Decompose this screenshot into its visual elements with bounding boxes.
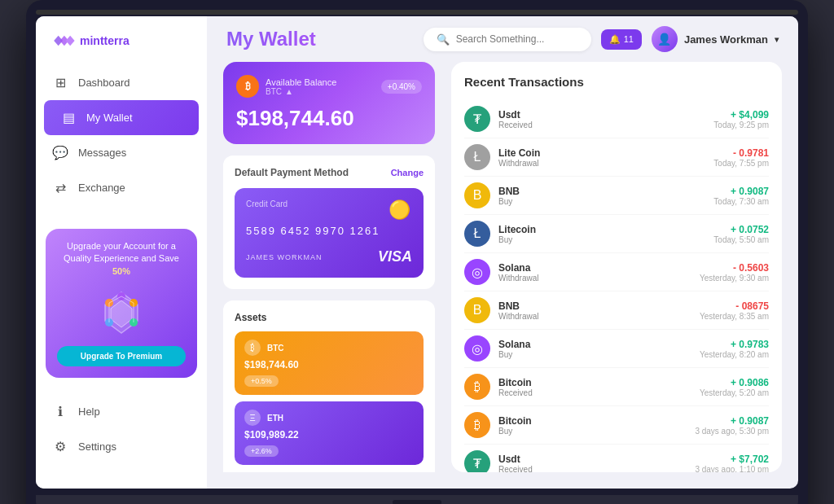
sidebar-item-label: Messages	[78, 147, 126, 159]
sidebar-item-dashboard[interactable]: ⊞ Dashboard	[36, 65, 207, 100]
tx-amount-area: + $4,099 Today, 9:25 pm	[713, 109, 769, 129]
tx-amount: + $4,099	[713, 109, 769, 121]
tx-name: Usdt	[498, 454, 695, 465]
logo-text: mintterra	[80, 34, 129, 47]
tx-name: Solana	[498, 262, 700, 274]
tx-info: Usdt Received	[498, 109, 713, 129]
transaction-item: B BNB Buy + 0.9087 Today, 7:30 am	[464, 177, 769, 215]
card-footer: JAMES WORKMAN VISA	[246, 248, 412, 265]
tx-type: Withdrawal	[498, 159, 713, 168]
tx-amount: + 0.9086	[700, 377, 769, 388]
sidebar-item-label: Exchange	[78, 182, 125, 194]
tx-date: Today, 7:30 am	[713, 197, 769, 206]
asset-change: +2.6%	[244, 445, 279, 457]
tx-info: Bitcoin Buy	[498, 415, 695, 436]
tx-date: 3 days ago, 1:10 pm	[695, 465, 769, 473]
tx-type: Buy	[498, 235, 713, 244]
dashboard-icon: ⊞	[52, 75, 68, 90]
nav-items: ⊞ Dashboard ▤ My Wallet 💬 Messages ⇄ Exc…	[36, 65, 207, 221]
assets-section: Assets ₿ BTC $198,744.60 +0.5%	[223, 300, 435, 472]
upgrade-card: Upgrade your Account for a Quality Exper…	[46, 229, 197, 378]
settings-icon: ⚙	[52, 439, 68, 454]
sidebar-bottom: ℹ Help ⚙ Settings	[36, 386, 207, 472]
notification-count: 11	[624, 34, 634, 44]
main-content: My Wallet 🔍 🔔 11 👤 James Workman	[207, 16, 798, 489]
transaction-item: B BNB Withdrawal - 08675 Yesterday, 8:35…	[464, 291, 769, 330]
tx-date: Yesterday, 8:35 am	[700, 312, 769, 321]
tx-type: Buy	[498, 427, 695, 436]
avatar: 👤	[652, 26, 678, 52]
tx-info: Bitcoin Received	[498, 377, 700, 397]
user-name: James Workman	[684, 33, 768, 46]
sidebar-item-messages[interactable]: 💬 Messages	[36, 135, 207, 170]
transaction-item: ₿ Bitcoin Buy + 0.9087 3 days ago, 5:30 …	[464, 406, 769, 445]
tx-type: Buy	[498, 350, 700, 359]
eth-asset-icon: Ξ	[244, 410, 261, 426]
asset-coin-row: Ξ ETH	[244, 410, 414, 426]
tx-date: Yesterday, 5:20 am	[700, 388, 769, 397]
balance-card: ₿ Available Balance BTC ▲	[223, 62, 435, 144]
chip-icon: 🟡	[388, 199, 410, 221]
right-panel: Recent Transactions ₮ Usdt Received + $4…	[451, 62, 782, 472]
user-info[interactable]: 👤 James Workman ▾	[652, 26, 779, 52]
transaction-item: ₮ Usdt Received + $7,702 3 days ago, 1:1…	[464, 445, 769, 472]
tx-name: Bitcoin	[498, 377, 700, 388]
search-icon: 🔍	[437, 33, 450, 46]
tx-amount: + 0.0752	[713, 224, 769, 235]
search-bar[interactable]: 🔍	[424, 28, 591, 51]
content-area: ₿ Available Balance BTC ▲	[207, 62, 798, 489]
tx-amount: + 0.9783	[700, 339, 769, 350]
sidebar-item-label: My Wallet	[86, 112, 133, 124]
card-holder: JAMES WORKMAN	[246, 253, 323, 261]
transaction-item: ₮ Usdt Received + $4,099 Today, 9:25 pm	[464, 100, 769, 138]
notification-button[interactable]: 🔔 11	[601, 29, 642, 50]
tx-name: Bitcoin	[498, 415, 695, 427]
sidebar-item-settings[interactable]: ⚙ Settings	[36, 429, 207, 464]
bell-icon: 🔔	[609, 34, 621, 45]
change-link[interactable]: Change	[391, 168, 424, 177]
tx-type: Received	[498, 121, 713, 129]
tx-type: Received	[498, 465, 695, 473]
wallet-icon: ▤	[60, 110, 77, 125]
tx-amount-area: - 0.9781 Today, 7:55 pm	[713, 147, 769, 168]
tx-date: Yesterday, 9:30 am	[700, 274, 769, 283]
tx-coin-icon: ₮	[464, 450, 490, 472]
balance-header: ₿ Available Balance BTC ▲	[236, 75, 422, 98]
sidebar-item-label: Dashboard	[78, 77, 130, 89]
sidebar-item-exchange[interactable]: ⇄ Exchange	[36, 170, 207, 205]
messages-icon: 💬	[52, 145, 68, 160]
tx-coin-icon: ◎	[464, 335, 490, 362]
sidebar: mintterra ⊞ Dashboard ▤ My Wallet 💬 Mess…	[36, 16, 207, 489]
tx-coin-icon: Ł	[464, 221, 490, 247]
tx-info: Litecoin Buy	[498, 224, 713, 244]
tx-amount: + $7,702	[695, 454, 769, 465]
assets-title: Assets	[235, 312, 424, 323]
payment-title: Default Payment Method	[235, 167, 349, 178]
asset-btc: ₿ BTC $198,744.60 +0.5%	[235, 331, 424, 395]
btc-asset-icon: ₿	[244, 340, 261, 356]
upgrade-button[interactable]: Upgrade To Premium	[57, 346, 186, 366]
credit-card: Credit Card 🟡 5589 6452 9970 1261 JAMES …	[235, 188, 424, 278]
sidebar-item-label: Help	[78, 405, 100, 418]
tx-type: Withdrawal	[498, 274, 700, 283]
tx-amount: - 0.5603	[700, 262, 769, 274]
change-badge: +0.40%	[381, 80, 422, 94]
sidebar-item-mywallet[interactable]: ▤ My Wallet	[44, 100, 199, 135]
visa-brand: VISA	[378, 248, 412, 265]
sidebar-item-help[interactable]: ℹ Help	[36, 394, 207, 429]
tx-amount-area: + 0.9783 Yesterday, 8:20 am	[700, 339, 769, 359]
asset-balance: $198,744.60	[244, 359, 414, 370]
search-input[interactable]	[456, 33, 578, 45]
tx-info: BNB Buy	[498, 186, 713, 206]
tx-amount: + 0.9087	[713, 186, 769, 197]
trend-icon: ▲	[285, 87, 293, 96]
tx-name: Lite Coin	[498, 147, 713, 159]
tx-coin-icon: ₿	[464, 412, 490, 438]
page-title: My Wallet	[226, 28, 316, 50]
card-label: Credit Card	[246, 199, 412, 208]
transactions-list: ₮ Usdt Received + $4,099 Today, 9:25 pm …	[464, 100, 769, 472]
tx-amount: - 08675	[700, 300, 769, 312]
tx-name: Usdt	[498, 109, 713, 121]
asset-balance: $109,989.22	[244, 429, 414, 440]
tx-date: Today, 7:55 pm	[713, 159, 769, 168]
